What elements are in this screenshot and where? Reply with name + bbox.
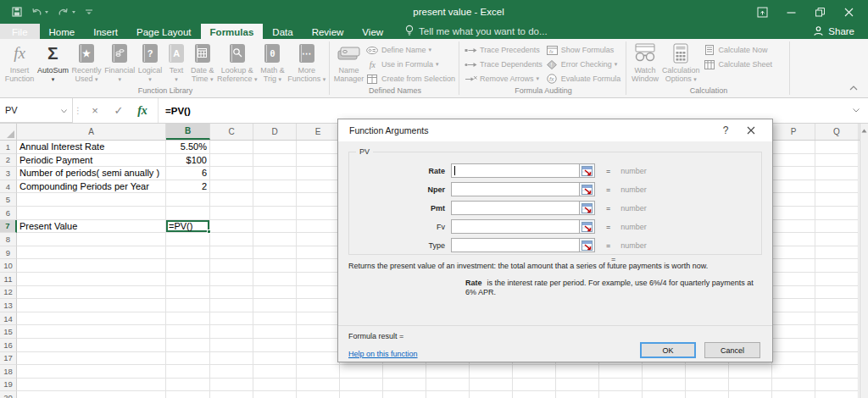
cell-P20[interactable]	[772, 391, 815, 398]
cell-P11[interactable]	[772, 273, 815, 286]
cell-Q8[interactable]	[815, 233, 859, 246]
customize-qat-icon[interactable]	[85, 8, 93, 16]
cell-D12[interactable]	[253, 286, 297, 300]
cell-C9[interactable]	[210, 246, 253, 260]
cell-B7[interactable]: =PV()	[166, 220, 210, 234]
cell-Q20[interactable]	[815, 391, 859, 398]
cell-A19[interactable]	[17, 379, 166, 392]
row-header-17[interactable]: 17	[0, 352, 17, 366]
cell-B10[interactable]	[166, 259, 210, 273]
row-header-20[interactable]: 20	[0, 391, 17, 398]
cell-Q5[interactable]	[815, 193, 859, 207]
cell-Q9[interactable]	[815, 246, 859, 260]
cell-P19[interactable]	[772, 379, 815, 392]
cell-E8[interactable]	[297, 233, 340, 246]
rate-input[interactable]	[451, 163, 580, 178]
cell-A2[interactable]: Periodic Payment	[17, 154, 166, 168]
cell-E15[interactable]	[297, 325, 340, 339]
create-from-selection-button[interactable]: Create from Selection	[364, 72, 457, 86]
row-header-5[interactable]: 5	[0, 193, 17, 207]
cell-E2[interactable]	[297, 154, 340, 168]
cell-D20[interactable]	[253, 391, 297, 398]
recently-used-button[interactable]: ★RecentlyUsed ▾	[70, 41, 103, 84]
cell-C7[interactable]	[210, 220, 253, 234]
cell-E19[interactable]	[297, 379, 340, 392]
cell-A10[interactable]	[17, 259, 166, 273]
cell-Q19[interactable]	[815, 379, 859, 392]
share-button[interactable]: Share	[813, 24, 868, 39]
cell-E1[interactable]	[297, 141, 340, 154]
cell-C2[interactable]	[210, 154, 253, 168]
cancel-entry-button[interactable]: ×	[83, 98, 107, 123]
cell-P8[interactable]	[772, 233, 815, 246]
cell-B13[interactable]	[166, 299, 210, 312]
cell-C11[interactable]	[210, 273, 253, 286]
tell-me-box[interactable]: Tell me what you want to do...	[392, 24, 548, 39]
use-in-formula-button[interactable]: fxUse in Formula▾	[364, 58, 457, 71]
cell-P4[interactable]	[772, 180, 815, 194]
nper-range-selector-button[interactable]	[580, 182, 595, 196]
undo-button[interactable]	[31, 8, 49, 16]
dialog-close-icon[interactable]	[738, 119, 764, 141]
cell-K19[interactable]	[556, 379, 599, 392]
watch-window-button[interactable]: WatchWindow	[630, 41, 660, 83]
restore-icon[interactable]	[805, 2, 834, 22]
tab-view[interactable]: View	[353, 24, 392, 39]
evaluate-formula-button[interactable]: fxEvaluate Formula	[544, 72, 623, 86]
calculate-now-button[interactable]: Calculate Now	[702, 43, 775, 57]
cell-P2[interactable]	[772, 154, 815, 168]
cell-P10[interactable]	[772, 259, 815, 273]
cell-J18[interactable]	[513, 365, 556, 379]
cell-E4[interactable]	[297, 180, 340, 194]
cell-P18[interactable]	[772, 365, 815, 379]
select-all-button[interactable]	[0, 124, 17, 140]
cell-E7[interactable]	[297, 220, 340, 234]
column-header-p[interactable]: P	[772, 124, 815, 140]
cell-E11[interactable]	[297, 273, 340, 286]
type-range-selector-button[interactable]	[580, 238, 595, 252]
cell-J20[interactable]	[513, 391, 556, 398]
cell-B14[interactable]	[166, 312, 210, 326]
cell-D13[interactable]	[253, 299, 297, 312]
cell-D4[interactable]	[253, 180, 297, 194]
name-manager-button[interactable]: NameManager	[333, 41, 364, 83]
remove-arrows-button[interactable]: Remove Arrows▾	[463, 72, 544, 86]
cell-A16[interactable]	[17, 339, 166, 352]
cell-E14[interactable]	[297, 312, 340, 326]
cell-B4[interactable]: 2	[166, 180, 210, 194]
cell-P14[interactable]	[772, 312, 815, 326]
name-box-dropdown-icon[interactable]	[61, 105, 67, 115]
tab-formulas[interactable]: Formulas	[201, 24, 264, 39]
cell-H19[interactable]	[426, 379, 470, 392]
name-box[interactable]: PV	[0, 98, 73, 123]
cell-O18[interactable]	[729, 365, 772, 379]
cell-B1[interactable]: 5.50%	[166, 141, 210, 154]
cell-E13[interactable]	[297, 299, 340, 312]
cell-E17[interactable]	[297, 352, 340, 366]
cell-P16[interactable]	[772, 339, 815, 352]
cell-Q12[interactable]	[815, 286, 859, 300]
cell-P3[interactable]	[772, 167, 815, 180]
tab-data[interactable]: Data	[263, 24, 302, 39]
cell-K18[interactable]	[556, 365, 599, 379]
save-icon[interactable]	[12, 7, 22, 17]
cell-D3[interactable]	[253, 167, 297, 180]
logical-button[interactable]: ?Logical▾	[136, 41, 164, 84]
cell-D6[interactable]	[253, 207, 297, 220]
minimize-icon[interactable]	[776, 2, 805, 22]
cell-L20[interactable]	[599, 391, 643, 398]
cell-P5[interactable]	[772, 193, 815, 207]
cell-P12[interactable]	[772, 286, 815, 300]
row-header-18[interactable]: 18	[0, 365, 17, 379]
cell-E20[interactable]	[297, 391, 340, 398]
pmt-range-selector-button[interactable]	[580, 201, 595, 215]
cell-D16[interactable]	[253, 339, 297, 352]
cell-Q2[interactable]	[815, 154, 859, 168]
cell-Q1[interactable]	[815, 141, 859, 154]
row-header-15[interactable]: 15	[0, 325, 17, 339]
tab-review[interactable]: Review	[303, 24, 353, 39]
cell-A17[interactable]	[17, 352, 166, 366]
cell-A6[interactable]	[17, 207, 166, 220]
row-header-11[interactable]: 11	[0, 273, 17, 286]
rate-range-selector-button[interactable]	[580, 163, 595, 178]
